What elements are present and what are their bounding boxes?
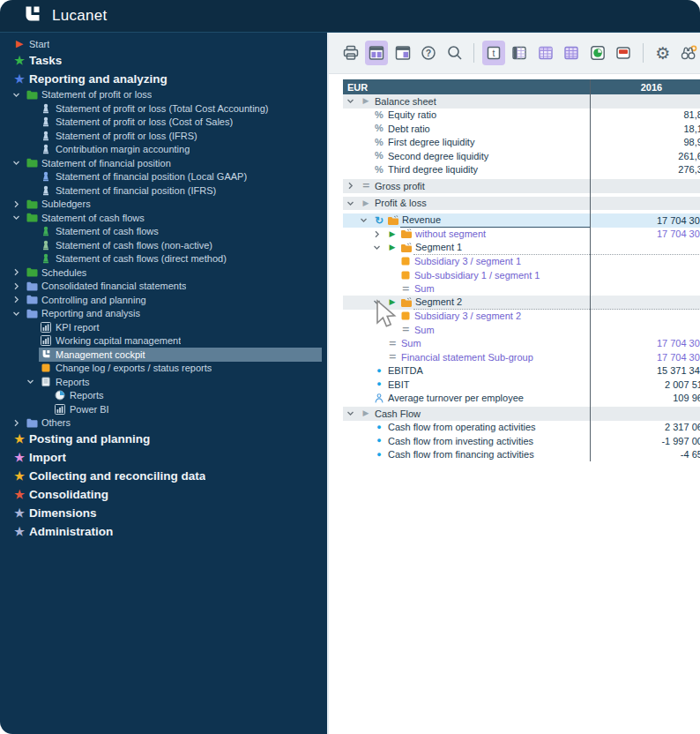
toolbar-print-button[interactable] bbox=[339, 41, 361, 65]
row-value-2016[interactable] bbox=[590, 197, 700, 211]
sidebar-item-contribution-margin-accounting[interactable]: Contribution margin accounting bbox=[0, 143, 327, 157]
sidebar-item-statement-of-cash-flows[interactable]: Statement of cash flows bbox=[0, 225, 327, 239]
report-row-equity-ratio[interactable]: %Equity ratio81,82 bbox=[343, 109, 700, 123]
report-row-financial-statement-sub-group[interactable]: =Financial statement Sub-group17 704 301… bbox=[343, 350, 700, 364]
sidebar-item-statement-of-cash-flows-direct-method[interactable]: Statement of cash flows (direct method) bbox=[0, 252, 327, 266]
sidebar-item-change-log-exports-status-reports[interactable]: Change log / exports / status reports bbox=[0, 362, 327, 376]
report-row-without-segment[interactable]: ▶without segment17 704 301, bbox=[343, 228, 700, 242]
column-header-currency[interactable]: EUR bbox=[343, 79, 590, 94]
sidebar-item-statement-of-profit-or-loss-cost-of-sales[interactable]: Statement of profit or loss (Cost of Sal… bbox=[0, 116, 327, 130]
row-value-2016[interactable]: 98,91 bbox=[590, 136, 700, 150]
chevron-down-icon[interactable] bbox=[346, 409, 359, 417]
row-value-2016[interactable]: 17 704 301, bbox=[590, 337, 700, 351]
chevron-down-icon[interactable] bbox=[12, 159, 25, 167]
chevron-down-icon[interactable] bbox=[373, 243, 385, 251]
row-value-2016[interactable] bbox=[590, 310, 700, 324]
sidebar-item-consolidating[interactable]: ★Consolidating bbox=[0, 485, 327, 504]
report-row-sum[interactable]: =Sum17 704 301, bbox=[343, 337, 700, 351]
chevron-right-icon[interactable] bbox=[12, 268, 25, 276]
chevron-down-icon[interactable] bbox=[12, 91, 25, 99]
row-value-2016[interactable]: 2 317 060 bbox=[590, 421, 700, 435]
row-value-2016[interactable] bbox=[590, 179, 700, 193]
sidebar-item-reporting-and-analyzing[interactable]: ★Reporting and analyzing bbox=[0, 70, 327, 88]
toolbar-cube-button[interactable] bbox=[586, 41, 608, 65]
chevron-right-icon[interactable] bbox=[12, 200, 25, 208]
toolbar-report-layout-button[interactable] bbox=[365, 41, 387, 65]
row-value-2016[interactable]: 18,18 bbox=[590, 122, 700, 136]
row-value-2016[interactable]: 276,39 bbox=[590, 163, 700, 177]
row-value-2016[interactable]: -4 659 bbox=[590, 448, 700, 462]
sidebar-item-statement-of-profit-or-loss-total-cost-accounting[interactable]: Statement of profit or loss (Total Cost … bbox=[0, 101, 327, 116]
row-value-2016[interactable] bbox=[590, 241, 700, 255]
toolbar-report-layout-alt-button[interactable] bbox=[391, 41, 413, 65]
report-row-sub-subsidiary-1-segment-1[interactable]: Sub-subsidiary 1 / segment 1 bbox=[343, 268, 700, 282]
sidebar-item-statement-of-cash-flows[interactable]: Statement of cash flows bbox=[0, 211, 327, 225]
toolbar-grid-values-button[interactable] bbox=[509, 41, 531, 65]
report-row-profit-loss[interactable]: ▶Profit & loss bbox=[343, 197, 700, 211]
sidebar-item-schedules[interactable]: Schedules bbox=[0, 266, 327, 280]
sidebar-item-power-bi[interactable]: Power BI bbox=[0, 402, 327, 416]
sidebar-item-start[interactable]: ▶Start bbox=[0, 37, 327, 51]
report-row-sum[interactable]: =Sum bbox=[343, 282, 700, 296]
column-header-year[interactable]: 2016 bbox=[590, 79, 700, 94]
toolbar-cards-red-button[interactable] bbox=[613, 41, 635, 65]
row-value-2016[interactable] bbox=[590, 268, 700, 282]
report-row-subsidiary-3-segment-1[interactable]: Subsidiary 3 / segment 1 bbox=[343, 255, 700, 269]
chevron-down-icon[interactable] bbox=[12, 310, 25, 318]
chevron-right-icon[interactable] bbox=[12, 296, 25, 303]
report-row-revenue[interactable]: ↻Revenue17 704 301, bbox=[343, 213, 700, 228]
sidebar-item-statement-of-financial-position-local-gaap[interactable]: Statement of financial position (Local G… bbox=[0, 170, 327, 184]
chevron-right-icon[interactable] bbox=[12, 282, 25, 290]
row-value-2016[interactable]: 261,62 bbox=[590, 149, 700, 163]
report-row-cash-flow-from-financing-activities[interactable]: ●Cash flow from financing activities-4 6… bbox=[343, 448, 700, 462]
chevron-right-icon[interactable] bbox=[373, 230, 385, 238]
chevron-right-icon[interactable] bbox=[12, 419, 25, 427]
chevron-right-icon[interactable] bbox=[346, 182, 359, 190]
row-value-2016[interactable] bbox=[590, 94, 700, 109]
sidebar-item-statement-of-financial-position[interactable]: Statement of financial position bbox=[0, 156, 327, 170]
sidebar-item-others[interactable]: Others bbox=[0, 416, 327, 431]
row-value-2016[interactable]: 17 704 301, bbox=[590, 228, 700, 242]
report-row-average-turnover-per-employee[interactable]: Average turnover per employee109 964 bbox=[343, 392, 700, 406]
sidebar-item-controlling-and-planning[interactable]: Controlling and planning bbox=[0, 293, 327, 307]
sidebar-item-dimensions[interactable]: ★Dimensions bbox=[0, 504, 327, 522]
chevron-down-icon[interactable] bbox=[360, 216, 372, 224]
report-row-third-degree-liquidity[interactable]: %Third degree liquidity276,39 bbox=[343, 163, 700, 177]
report-row-cash-flow[interactable]: ▶Cash Flow bbox=[343, 407, 700, 421]
report-row-first-degree-liquidity[interactable]: %First degree liquidity98,91 bbox=[343, 136, 700, 150]
row-value-2016[interactable]: -1 997 002 bbox=[590, 434, 700, 448]
chevron-down-icon[interactable] bbox=[12, 213, 25, 221]
report-row-cash-flow-from-investing-activities[interactable]: ●Cash flow from investing activities-1 9… bbox=[343, 434, 700, 448]
toolbar-grid-planning-button[interactable] bbox=[534, 41, 556, 65]
report-row-debt-ratio[interactable]: %Debt ratio18,18 bbox=[343, 122, 700, 136]
sidebar-item-reporting-and-analysis[interactable]: Reporting and analysis bbox=[0, 307, 327, 321]
report-row-gross-profit[interactable]: =Gross profit bbox=[343, 179, 700, 193]
row-value-2016[interactable] bbox=[590, 255, 700, 269]
row-value-2016[interactable]: 17 704 301, bbox=[590, 213, 700, 228]
sidebar-item-reports[interactable]: Reports bbox=[0, 375, 327, 389]
row-value-2016[interactable]: 2 007 513 bbox=[590, 378, 700, 392]
sidebar-item-reports[interactable]: Reports bbox=[0, 389, 327, 403]
chevron-down-icon[interactable] bbox=[26, 378, 39, 386]
toolbar-help-button[interactable]: ? bbox=[417, 41, 439, 65]
row-value-2016[interactable]: 17 704 301, bbox=[590, 350, 700, 364]
report-row-cash-flow-from-operating-activities[interactable]: ●Cash flow from operating activities2 31… bbox=[343, 421, 700, 435]
sidebar-item-statement-of-profit-or-loss[interactable]: Statement of profit or loss bbox=[0, 88, 327, 102]
row-value-2016[interactable] bbox=[590, 296, 700, 310]
chevron-down-icon[interactable] bbox=[346, 199, 359, 207]
toolbar-search-add-button[interactable] bbox=[677, 41, 699, 65]
row-value-2016[interactable]: 81,82 bbox=[590, 109, 700, 123]
sidebar-item-collecting-and-reconciling-data[interactable]: ★Collecting and reconciling data bbox=[0, 467, 327, 485]
row-value-2016[interactable] bbox=[590, 323, 700, 337]
sidebar-item-posting-and-planning[interactable]: ★Posting and planning bbox=[0, 430, 327, 448]
report-row-ebitda[interactable]: ●EBITDA15 371 347, bbox=[343, 364, 700, 378]
row-value-2016[interactable]: 109 964 bbox=[590, 392, 700, 406]
sidebar-item-statement-of-profit-or-loss-ifrs[interactable]: Statement of profit or loss (IFRS) bbox=[0, 129, 327, 143]
toolbar-settings-gear-button[interactable]: ⚙ bbox=[652, 41, 674, 65]
sidebar-item-working-capital-management[interactable]: Working capital management bbox=[0, 334, 327, 348]
sidebar-item-statement-of-cash-flows-non-active[interactable]: Statement of cash flows (non-active) bbox=[0, 238, 327, 252]
toolbar-grid-analysis-button[interactable] bbox=[561, 41, 583, 65]
sidebar-item-consolidated-financial-statements[interactable]: Consolidated financial statements bbox=[0, 280, 327, 294]
chevron-down-icon[interactable] bbox=[346, 97, 359, 105]
sidebar-item-subledgers[interactable]: Subledgers bbox=[0, 198, 327, 212]
